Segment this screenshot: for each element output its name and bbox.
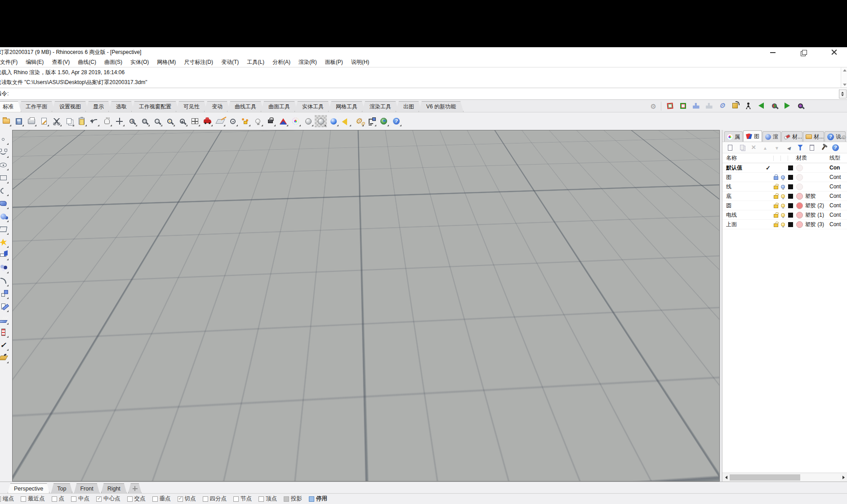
bulb-icon[interactable] <box>781 175 785 179</box>
material-circle[interactable] <box>796 174 803 181</box>
play-left-icon[interactable] <box>755 100 767 112</box>
osnap-toggle[interactable]: 端点 <box>0 495 14 503</box>
ribbon-tab[interactable]: 设置视图 <box>52 101 89 112</box>
check-analyze-icon[interactable] <box>0 339 9 351</box>
extrude-surface-icon[interactable] <box>0 249 9 261</box>
osnap-toggle[interactable]: 点 <box>52 495 65 503</box>
stamp-blue-icon[interactable] <box>690 100 702 112</box>
menu-item[interactable]: 网格(M) <box>153 58 180 67</box>
rectangle-icon[interactable] <box>0 172 9 184</box>
gumball-icon[interactable] <box>365 115 377 127</box>
named-view-car-icon[interactable] <box>201 115 214 127</box>
ribbon-tab[interactable]: 标准 <box>0 101 21 112</box>
save-icon[interactable] <box>13 115 25 127</box>
checkbox[interactable] <box>203 496 208 502</box>
mesh-icon[interactable] <box>0 223 9 235</box>
panel-tab[interactable]: 材... <box>781 131 802 142</box>
panel-tab[interactable]: 属 <box>724 131 743 142</box>
group-points-icon[interactable] <box>0 262 9 274</box>
layer-color-swatch[interactable] <box>788 203 793 208</box>
lamp-icon[interactable] <box>252 115 264 127</box>
undo-icon[interactable] <box>88 115 100 127</box>
material-circle[interactable] <box>796 202 803 209</box>
menu-item[interactable]: 工具(L) <box>243 58 268 67</box>
shaded-view-icon[interactable] <box>277 115 289 127</box>
panel-hscrollbar[interactable] <box>722 473 847 482</box>
page-edit-icon[interactable] <box>38 115 50 127</box>
move-down-icon[interactable] <box>773 143 781 152</box>
menu-item[interactable]: 文件(F) <box>0 58 22 67</box>
osnap-toggle[interactable]: 切点 <box>178 495 196 503</box>
osnap-toggle[interactable]: 中点 <box>71 495 89 503</box>
ribbon-tab[interactable]: 渲染工具 <box>362 101 399 112</box>
bulb-icon[interactable] <box>781 194 785 198</box>
options-gears-icon[interactable] <box>352 115 365 127</box>
osnap-toggle[interactable]: 最近点 <box>21 495 45 503</box>
menu-item[interactable]: 实体(O) <box>126 58 153 67</box>
stamp-gray-icon[interactable] <box>703 100 715 112</box>
minimize-button[interactable] <box>769 49 777 55</box>
material-circle[interactable] <box>796 193 803 200</box>
material-circle[interactable] <box>796 221 803 228</box>
scrollbar-thumb[interactable] <box>730 474 800 481</box>
ribbon-tab[interactable]: 网格工具 <box>328 101 365 112</box>
add-view-icon[interactable] <box>128 483 142 493</box>
checkbox[interactable] <box>259 496 264 502</box>
zoom-icon[interactable] <box>126 115 138 127</box>
block-rails-icon[interactable] <box>0 326 9 338</box>
sphere-blue-icon[interactable] <box>327 115 339 127</box>
lock-icon[interactable] <box>774 205 778 208</box>
disable-checkbox[interactable] <box>309 496 314 502</box>
menu-item[interactable]: 尺寸标注(D) <box>180 58 217 67</box>
chevron-down-icon[interactable] <box>54 135 58 138</box>
ribbon-tab[interactable]: 曲线工具 <box>227 101 264 112</box>
circle-center-icon[interactable] <box>227 115 239 127</box>
osnap-toggle[interactable]: 中心点 <box>96 495 120 503</box>
wirebox-green-icon[interactable] <box>677 100 689 112</box>
viewport-layout-icon[interactable] <box>189 115 201 127</box>
menu-item[interactable]: 曲面(S) <box>100 58 126 67</box>
layer-color-swatch[interactable] <box>788 175 793 180</box>
view-tab[interactable]: Right <box>101 483 127 493</box>
scroll-right-icon[interactable] <box>840 474 847 481</box>
filter-icon[interactable] <box>796 143 804 152</box>
ribbon-tab[interactable]: 可见性 <box>176 101 207 112</box>
view-tab[interactable]: Perspective <box>8 483 49 493</box>
control-curve-icon[interactable] <box>0 147 9 158</box>
plane-eye-icon[interactable] <box>0 352 9 364</box>
material-circle[interactable] <box>796 212 803 219</box>
help-icon[interactable] <box>390 115 402 127</box>
projection-checkbox[interactable] <box>284 496 289 502</box>
lock-icon[interactable] <box>774 186 778 189</box>
bulb-icon[interactable] <box>781 213 785 217</box>
render-region-icon[interactable] <box>340 115 352 127</box>
layer-detail-icon[interactable] <box>808 143 816 152</box>
checkbox[interactable] <box>71 496 76 502</box>
menu-item[interactable]: 查看(V) <box>48 58 74 67</box>
layer-row[interactable]: 底 塑胶 Cont <box>722 192 847 201</box>
viewport-title[interactable]: Perspective <box>14 132 61 140</box>
new-layer-icon[interactable] <box>726 143 734 152</box>
lock-icon[interactable] <box>774 214 778 218</box>
osnap-shapes-icon[interactable] <box>239 115 251 127</box>
bulb-icon[interactable] <box>781 223 785 227</box>
analyze-lens-icon[interactable] <box>768 100 780 112</box>
copy-layer-icon[interactable] <box>738 143 746 152</box>
close-button[interactable] <box>830 49 838 55</box>
ribbon-tab[interactable]: 选取 <box>108 101 134 112</box>
material-circle[interactable] <box>796 165 803 171</box>
layer-color-swatch[interactable] <box>788 184 793 189</box>
open-icon[interactable] <box>0 115 12 127</box>
wirebox-red-icon[interactable] <box>664 100 676 112</box>
scroll-down-icon[interactable] <box>843 84 847 86</box>
ellipse-icon[interactable] <box>0 159 9 171</box>
collapse-icon[interactable] <box>785 143 793 152</box>
menu-item[interactable]: 渲染(R) <box>294 58 321 67</box>
checkbox[interactable] <box>21 496 26 502</box>
layer-color-swatch[interactable] <box>788 222 793 227</box>
ribbon-tab[interactable]: 变动 <box>204 101 230 112</box>
play-right-icon[interactable] <box>781 100 793 112</box>
zoom-back-icon[interactable] <box>176 115 188 127</box>
ribbon-tab[interactable]: 实体工具 <box>294 101 331 112</box>
ribbon-tab[interactable]: 显示 <box>85 101 111 112</box>
